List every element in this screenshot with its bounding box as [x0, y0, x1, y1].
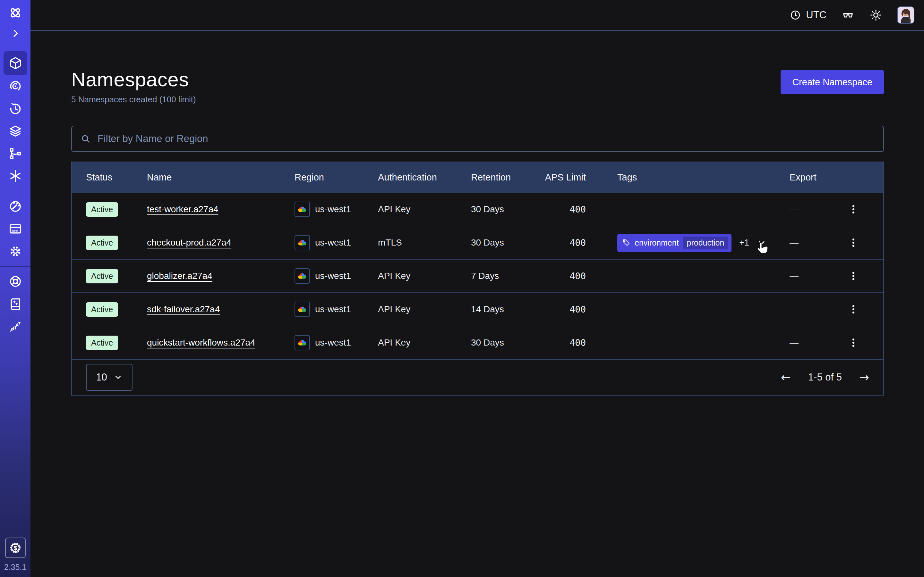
sun-icon	[869, 9, 882, 21]
region-label: us-west1	[315, 237, 351, 248]
usage-dollar-seal-icon: $	[9, 542, 22, 554]
filter-bar[interactable]	[71, 126, 884, 152]
col-header-authentication: Authentication	[378, 172, 471, 183]
main-content: Namespaces 5 Namespaces created (100 lim…	[31, 31, 924, 577]
tag-icon	[622, 239, 630, 247]
gcp-logo-icon	[294, 268, 310, 284]
table-header-row: Status Name Region Authentication Retent…	[72, 162, 883, 192]
next-page-button[interactable]: →	[859, 371, 869, 384]
aps-limit-value: 400	[545, 204, 586, 215]
sidebar-item-deployments[interactable]	[3, 120, 27, 142]
kebab-icon	[848, 237, 859, 248]
auth-method: API Key	[378, 204, 471, 214]
table-footer: 10 ← 1-5 of 5 →	[72, 359, 883, 395]
namespaces-table: Status Name Region Authentication Retent…	[71, 161, 884, 396]
batch-asterisk-icon	[8, 169, 23, 183]
tag-more-count: +1	[739, 238, 749, 248]
search-icon	[80, 133, 91, 144]
table-row: Active sdk-failover.a27a4 us-west1 API K…	[72, 292, 883, 326]
sidebar-item-docs[interactable]	[3, 293, 27, 315]
region-label: us-west1	[315, 204, 351, 214]
sidebar-expand-button[interactable]	[3, 26, 27, 41]
col-header-retention: Retention	[471, 172, 545, 183]
row-menu-button[interactable]	[848, 237, 859, 248]
filter-input[interactable]	[97, 133, 875, 145]
table-row: Active globalizer.a27a4 us-west1 API Key…	[72, 259, 883, 292]
auth-method: mTLS	[378, 237, 471, 248]
namespace-link[interactable]: sdk-failover.a27a4	[147, 304, 220, 314]
sidebar-item-nexus[interactable]	[3, 142, 27, 165]
chevron-down-icon	[113, 373, 123, 382]
row-menu-button[interactable]	[848, 204, 859, 215]
read-only-mode-button[interactable]	[841, 8, 855, 22]
plan-usage-button[interactable]: $	[5, 538, 26, 558]
kebab-icon	[848, 337, 859, 348]
sidebar-item-workflows[interactable]	[3, 75, 27, 97]
temporal-logo[interactable]	[3, 5, 27, 21]
export-value: —	[790, 304, 838, 314]
col-header-aps-limit: APS Limit	[545, 172, 586, 183]
sidebar-item-settings[interactable]	[3, 240, 27, 263]
col-header-region: Region	[294, 172, 378, 183]
tags-cell: environment production +1	[586, 234, 790, 252]
svg-text:$: $	[13, 545, 17, 551]
deployments-layers-icon	[8, 124, 23, 138]
region-label: us-west1	[315, 271, 351, 281]
retention-value: 30 Days	[471, 237, 545, 248]
prev-page-button[interactable]: ←	[781, 371, 791, 384]
usage-gauge-icon	[8, 199, 23, 213]
export-value: —	[790, 237, 838, 248]
col-header-tags: Tags	[586, 172, 790, 183]
page-size-select[interactable]: 10	[86, 364, 132, 391]
gcp-logo-icon	[294, 201, 310, 217]
aps-limit-value: 400	[545, 304, 586, 315]
sidebar-item-support[interactable]	[3, 270, 27, 293]
gcp-logo-icon	[294, 235, 310, 250]
gcp-logo-icon	[294, 301, 310, 317]
namespace-link[interactable]: test-worker.a27a4	[147, 204, 218, 214]
schedules-timer-icon	[8, 102, 23, 116]
sidebar-item-billing[interactable]	[3, 218, 27, 240]
auth-method: API Key	[378, 271, 471, 281]
namespace-count-subtitle: 5 Namespaces created (100 limit)	[71, 95, 884, 105]
pagination-range: 1-5 of 5	[808, 372, 842, 383]
table-row: Active checkout-prod.a27a4 us-west1 mTLS…	[72, 226, 883, 259]
namespace-link[interactable]: quickstart-workflows.a27a4	[147, 338, 255, 348]
sidebar-item-getting-started[interactable]	[3, 315, 27, 338]
tag-value: production	[683, 237, 728, 249]
sidebar-item-namespaces[interactable]	[3, 51, 27, 75]
theme-toggle-button[interactable]	[869, 9, 882, 21]
create-namespace-button[interactable]: Create Namespace	[780, 70, 884, 94]
region-label: us-west1	[315, 338, 351, 348]
app-version: 2.35.1	[4, 562, 27, 572]
sidebar-item-usage[interactable]	[3, 195, 27, 218]
namespace-link[interactable]: globalizer.a27a4	[147, 271, 212, 281]
docs-book-icon	[8, 297, 23, 311]
clock-icon	[790, 9, 801, 21]
tag-badge[interactable]: environment production	[617, 234, 732, 252]
pagination: ← 1-5 of 5 →	[781, 371, 869, 384]
retention-value: 30 Days	[471, 338, 545, 348]
sidebar-item-schedules[interactable]	[3, 97, 27, 120]
col-header-status: Status	[86, 172, 147, 183]
aps-limit-value: 400	[545, 338, 586, 348]
row-menu-button[interactable]	[848, 337, 859, 348]
row-menu-button[interactable]	[848, 271, 859, 282]
timezone-button[interactable]: UTC	[790, 9, 827, 21]
retention-value: 30 Days	[471, 204, 545, 214]
row-menu-button[interactable]	[848, 304, 859, 315]
kebab-icon	[848, 304, 859, 315]
col-header-export: Export	[790, 172, 838, 183]
page-size-value: 10	[96, 372, 107, 383]
sidebar-divider	[0, 266, 31, 267]
billing-card-icon	[8, 222, 23, 236]
chevron-down-icon[interactable]	[757, 238, 766, 247]
status-badge: Active	[86, 235, 118, 250]
avatar[interactable]	[897, 6, 914, 24]
namespace-link[interactable]: checkout-prod.a27a4	[147, 237, 231, 247]
support-lifebuoy-icon	[8, 274, 23, 288]
sidebar-item-batch[interactable]	[3, 165, 27, 187]
kebab-icon	[848, 271, 859, 282]
namespaces-cube-icon	[8, 56, 23, 70]
settings-gear-icon	[8, 244, 23, 258]
